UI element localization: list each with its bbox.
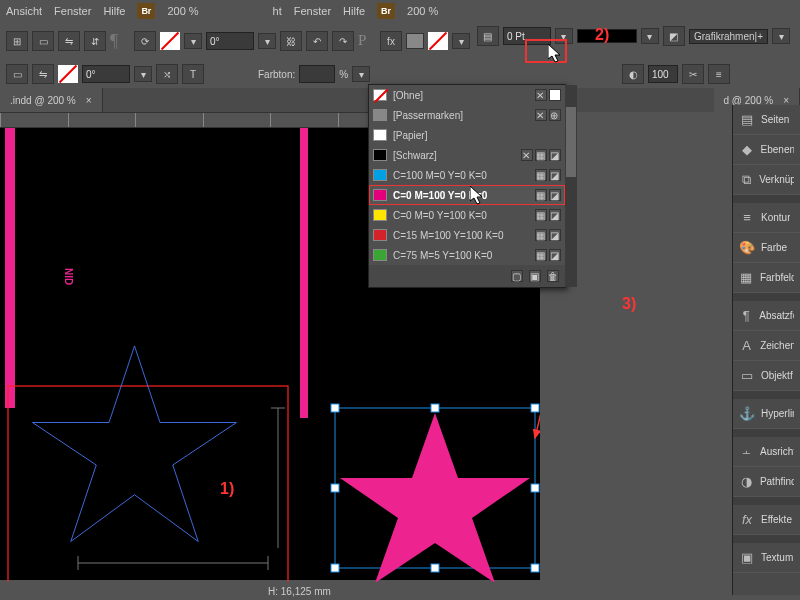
stroke-icon: ≡ [739, 210, 755, 226]
angle-dd-icon[interactable]: ▾ [258, 33, 276, 49]
new-swatch-icon[interactable]: ▣ [529, 270, 541, 282]
panel-zeichen[interactable]: AZeichen [733, 331, 800, 361]
zoom-level[interactable]: 200 % [167, 5, 198, 17]
paragraph-icon-2[interactable]: P [358, 32, 376, 50]
bridge-icon-2[interactable]: Br [377, 3, 395, 19]
swatches-dropdown[interactable]: [Ohne] ✕ [Passermarken] ✕⊕ [Papier] [Sch… [368, 84, 566, 288]
swatch-row[interactable]: [Passermarken] ✕⊕ [369, 105, 565, 125]
chain-icon[interactable]: ⛓ [280, 31, 302, 51]
panel-verknuepf[interactable]: ⧉Verknüpf [733, 165, 800, 195]
menu-hilfe[interactable]: Hilfe [103, 5, 125, 17]
dd-icon-2[interactable]: ▾ [134, 66, 152, 82]
swatch-none-chip [373, 89, 387, 101]
panel-pathfind[interactable]: ◑Pathfind [733, 467, 800, 497]
menu-fenster[interactable]: Fenster [54, 5, 91, 17]
rotate-r-icon[interactable]: ↷ [332, 31, 354, 51]
panel-kontur[interactable]: ≡Kontur [733, 203, 800, 233]
ref-point-icon[interactable]: ⊞ [6, 31, 28, 51]
pt-dd-icon[interactable]: ▾ [555, 28, 573, 44]
tool-icon-2[interactable]: ▭ [6, 64, 28, 84]
menu-fenster-2[interactable]: Fenster [294, 5, 331, 17]
svg-rect-0 [5, 128, 15, 408]
swatch-name: C=100 M=0 Y=0 K=0 [393, 170, 529, 181]
angle-input[interactable]: 0° [206, 32, 254, 50]
svg-rect-19 [431, 564, 439, 572]
panel-effekte[interactable]: fxEffekte [733, 505, 800, 535]
opacity-icon[interactable]: ◐ [622, 64, 644, 84]
panel-farbfeld[interactable]: ▦Farbfeld [733, 263, 800, 293]
cmyk-icon: ▦ [535, 149, 547, 161]
swatch-row[interactable]: [Schwarz] ✕▦◪ [369, 145, 565, 165]
swap-icon[interactable]: ⤭ [156, 64, 178, 84]
fill-none-icon-3[interactable] [58, 65, 78, 83]
zoom-level-2[interactable]: 200 % [407, 5, 438, 17]
doc-tab-1[interactable]: .indd @ 200 %× [0, 88, 103, 112]
swatch-row[interactable]: C=100 M=0 Y=0 K=0 ▦◪ [369, 165, 565, 185]
fill-none-icon[interactable] [160, 32, 180, 50]
links-icon: ⧉ [739, 172, 753, 188]
rotate-l-icon[interactable]: ↶ [306, 31, 328, 51]
content-type[interactable]: Grafikrahmen|+ [689, 29, 768, 44]
swatch-row[interactable]: [Ohne] ✕ [369, 85, 565, 105]
swatch-name: [Passermarken] [393, 110, 529, 121]
swatch-name: [Schwarz] [393, 150, 515, 161]
menu-hilfe-2[interactable]: Hilfe [343, 5, 365, 17]
swatch-chip [373, 169, 387, 181]
swatch-row[interactable]: C=75 M=5 Y=100 K=0 ▦◪ [369, 245, 565, 265]
panel-ebenen[interactable]: ◆Ebenen [733, 135, 800, 165]
opacity-input[interactable]: 100 [648, 65, 678, 83]
swatch-row[interactable]: [Papier] [369, 125, 565, 145]
paragraph-icon[interactable]: ¶ [110, 31, 130, 51]
farbton-input[interactable] [299, 65, 335, 83]
panel-seiten[interactable]: ▤Seiten [733, 105, 800, 135]
new-folder-icon[interactable]: ▢ [511, 270, 523, 282]
process-icon: ◪ [549, 189, 561, 201]
panel-objekt[interactable]: ▭Objektf [733, 361, 800, 391]
rotate-icon[interactable]: ⟳ [134, 31, 156, 51]
pathfinder-icon: ◑ [739, 474, 754, 490]
dd-icon[interactable]: ▾ [452, 33, 470, 49]
flip-v-icon[interactable]: ⇵ [84, 31, 106, 51]
fill-swatch-icon[interactable] [406, 33, 424, 49]
flip-icon-2[interactable]: ⇋ [32, 64, 54, 84]
swatch-row-selected[interactable]: C=0 M=100 Y=0 K=0 ▦◪ [369, 185, 565, 205]
menu-ht[interactable]: ht [273, 5, 282, 17]
farbton-label: Farbton: [258, 69, 295, 80]
grafik-dd-icon[interactable]: ▾ [772, 28, 790, 44]
angle-input-2[interactable]: 0° [82, 65, 130, 83]
bridge-icon[interactable]: Br [137, 3, 155, 19]
panel-hyperlink[interactable]: ⚓Hyperlin [733, 399, 800, 429]
cancel-icon[interactable]: ✕ [535, 89, 547, 101]
clip-icon[interactable]: ✂ [682, 64, 704, 84]
annotation-3: 3) [622, 295, 636, 313]
stroke-weight-input[interactable]: 0 Pt [503, 27, 551, 45]
style-dd-icon[interactable]: ▾ [641, 28, 659, 44]
delete-swatch-icon[interactable]: 🗑 [547, 270, 559, 282]
menu-ansicht[interactable]: Ansicht [6, 5, 42, 17]
panel-ausricht[interactable]: ⫠Ausricht [733, 437, 800, 467]
stroke-none-icon-2[interactable] [428, 32, 448, 50]
swatch-scrollbar[interactable] [565, 85, 577, 287]
svg-rect-15 [531, 404, 539, 412]
flip-h-icon[interactable]: ⇋ [58, 31, 80, 51]
swatch-name: [Papier] [393, 130, 561, 141]
panel-absatz[interactable]: ¶Absatzfo [733, 301, 800, 331]
dropdown-icon[interactable]: ▾ [184, 33, 202, 49]
menu-icon[interactable]: ≡ [708, 64, 730, 84]
t-icon[interactable]: T [182, 64, 204, 84]
tool-icon[interactable]: ▭ [32, 31, 54, 51]
swatch-icon: ✕ [535, 109, 547, 121]
swatch-row[interactable]: C=15 M=100 Y=100 K=0 ▦◪ [369, 225, 565, 245]
wrap-icon[interactable]: ▤ [477, 26, 499, 46]
corner-icon[interactable]: ◩ [663, 26, 685, 46]
panel-dock: ▤Seiten ◆Ebenen ⧉Verknüpf ≡Kontur 🎨Farbe… [732, 105, 800, 595]
effects-icon[interactable]: fx [380, 31, 402, 51]
charstyles-icon: A [739, 338, 754, 354]
control-bar: ⊞ ▭ ⇋ ⇵ ¶ ⟳ ▾ 0° ▾ ⛓ ↶ ↷ P fx ▾ ▤ 0 Pt ▾… [0, 22, 800, 60]
panel-textum[interactable]: ▣Textum [733, 543, 800, 573]
panel-farbe[interactable]: 🎨Farbe [733, 233, 800, 263]
status-dimensions: H: 16,125 mm [268, 586, 331, 597]
swatch-row[interactable]: C=0 M=0 Y=100 K=0 ▦◪ [369, 205, 565, 225]
farbton-dd-icon[interactable]: ▾ [352, 66, 370, 82]
svg-rect-13 [331, 404, 339, 412]
